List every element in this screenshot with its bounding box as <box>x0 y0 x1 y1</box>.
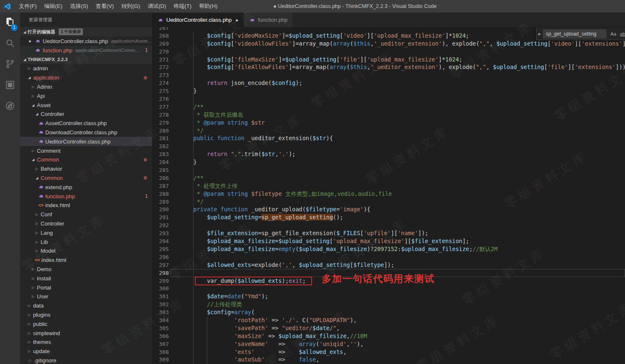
tree-item[interactable]: ▷Model <box>20 246 152 256</box>
menu-item[interactable]: 调试(D) <box>144 3 170 9</box>
line-number: 294 <box>152 238 169 246</box>
tree-item[interactable]: ▷themes <box>20 338 152 347</box>
open-editors-list: ●UeditorController.class.phpapplication\… <box>20 36 152 55</box>
source-control-icon <box>5 59 15 71</box>
activity-source-control[interactable] <box>0 54 20 75</box>
tree-item[interactable]: function.php1 <box>20 192 152 201</box>
tree-item[interactable]: ▷Portal <box>20 283 152 292</box>
find-input[interactable] <box>543 29 607 38</box>
tree-item-label: data <box>33 302 44 309</box>
tree-item[interactable]: extend.php <box>20 182 152 192</box>
search-icon <box>5 38 15 50</box>
tree-item[interactable]: ▷Conf <box>20 210 152 219</box>
tree-item-label: admin <box>33 65 48 72</box>
tree-item[interactable]: ◇.gitignore <box>20 356 152 364</box>
whole-word-button[interactable]: ab <box>620 31 625 36</box>
tree-item[interactable]: UeditorController.class.php <box>20 137 152 146</box>
tree-item[interactable]: AssetController.class.php <box>20 119 152 128</box>
tab-bar: UeditorController.class.php●function.php <box>152 13 625 27</box>
match-case-button[interactable]: Aa <box>610 31 616 36</box>
line-number: 296 <box>152 254 169 261</box>
tree-item[interactable]: ▷Api <box>20 91 152 100</box>
tree-item[interactable]: ▷data <box>20 301 152 310</box>
tree-item-label: Model <box>41 248 55 254</box>
line-number: 287 <box>152 182 169 190</box>
twistie-icon: ▷ <box>26 340 32 344</box>
tree-item[interactable]: ▷admin <box>20 64 152 73</box>
tree-item-label: Conf <box>41 211 52 218</box>
error-dot <box>144 158 147 161</box>
open-editor-item[interactable]: function.phpapplication\Common\Comm...1 <box>20 46 152 55</box>
tree-item-label: function.php <box>45 193 75 200</box>
menu-item[interactable]: 文件(F) <box>15 3 41 9</box>
tree-item[interactable]: ▷Admin <box>20 82 152 92</box>
menu-item[interactable]: 选择(S) <box>66 3 92 9</box>
annotation-text: 多加一句话代码用来测试 <box>322 275 435 283</box>
line-number: 286 <box>152 174 169 182</box>
tree-item[interactable]: ▷update <box>20 347 152 356</box>
tab[interactable]: function.php <box>244 13 293 27</box>
line-number: 306 <box>152 333 169 341</box>
tree-item[interactable]: ◢Controller <box>20 110 152 119</box>
tree-item[interactable]: ▷Install <box>20 274 152 283</box>
tree-item-label: DownloadController.class.php <box>45 129 117 136</box>
php-icon <box>38 129 44 136</box>
code-line: 299 var_dump($allowed_exts);exit;多加一句话代码… <box>152 277 625 285</box>
menu-item[interactable]: 查看(V) <box>92 3 117 9</box>
code-line: 278 * 获取文件后缀名 <box>152 111 625 119</box>
tree-item[interactable]: ◢Common <box>20 174 152 183</box>
activity-explorer[interactable]: 1 <box>0 13 20 33</box>
code-line: 294 $upload_max_filesize=$upload_setting… <box>152 237 625 245</box>
tree-item[interactable]: ▷public <box>20 319 152 328</box>
line-number: 304 <box>152 317 169 325</box>
twistie-icon: ▷ <box>30 85 36 89</box>
activity-bar: 1 <box>0 13 20 364</box>
tree-item[interactable]: ▷Comment <box>20 146 152 155</box>
line-number: 301 <box>152 293 169 301</box>
menu-item[interactable]: 终端(T) <box>170 3 195 9</box>
open-editors-header[interactable]: ◢ 打开的编辑器 1 个未保存 <box>20 27 152 36</box>
tree-item-label: index.html <box>41 257 66 263</box>
twistie-icon: ▷ <box>26 304 32 308</box>
tree-item[interactable]: ▷User <box>20 292 152 301</box>
tree-item[interactable]: ▷Lib <box>20 237 152 246</box>
tree-item[interactable]: ◢Asset <box>20 100 152 110</box>
tree-item[interactable]: DownloadController.class.php <box>20 128 152 137</box>
code-line: 287 * 处理文件上传 <box>152 182 625 190</box>
tree-item[interactable]: <>index.html <box>20 256 152 265</box>
code-line: 296 <box>152 253 625 261</box>
code-line: 289 */ <box>152 198 625 206</box>
activity-extensions[interactable] <box>0 75 20 96</box>
twistie-icon: ▷ <box>26 313 32 317</box>
line-number: 295 <box>152 246 169 254</box>
tree-item[interactable]: ◢Common <box>20 155 152 164</box>
tree-item-label: Portal <box>37 285 51 291</box>
tree-item[interactable]: ◢application <box>20 73 152 82</box>
tree-item[interactable]: ▷Lang <box>20 228 152 237</box>
code-line: 273 <box>152 71 625 79</box>
code-line: 284 } <box>152 158 625 166</box>
tab[interactable]: UeditorController.class.php● <box>152 13 244 27</box>
unsaved-count-badge: 1 个未保存 <box>59 28 83 35</box>
find-expand-toggle-icon[interactable]: ▶ <box>537 32 543 36</box>
menu-item[interactable]: 帮助(H) <box>195 3 221 9</box>
tree-item[interactable]: <>index.html <box>20 201 152 210</box>
vscode-window: 文件(F)编辑(E)选择(S)查看(V)转到(G)调试(D)终端(T)帮助(H)… <box>0 0 625 364</box>
tree-item[interactable]: ▷Demo <box>20 265 152 274</box>
line-number: 280 <box>152 127 169 135</box>
tree-item[interactable]: ▷plugins <box>20 310 152 320</box>
folder-section-header[interactable]: ◢ THINKCMFX_2.2.3 <box>20 55 152 64</box>
tree-item[interactable]: ▷Behavior <box>20 164 152 174</box>
tree-item-label: Common <box>37 156 59 163</box>
code-line: 277 /** <box>152 103 625 111</box>
menu-item[interactable]: 转到(G) <box>118 3 144 9</box>
html-icon: <> <box>38 202 44 208</box>
activity-debug[interactable] <box>0 96 20 117</box>
code-editor[interactable]: 267268 $config['videoMaxSize']=$upload_s… <box>152 27 625 364</box>
menu-item[interactable]: 编辑(E) <box>41 3 66 9</box>
tree-item[interactable]: ▷simplewind <box>20 328 152 338</box>
tree-item[interactable]: ▷Controller <box>20 219 152 228</box>
activity-search[interactable] <box>0 33 20 54</box>
open-editor-item[interactable]: ●UeditorController.class.phpapplication\… <box>20 36 152 46</box>
code-line: 279 * @param string $str <box>152 119 625 127</box>
